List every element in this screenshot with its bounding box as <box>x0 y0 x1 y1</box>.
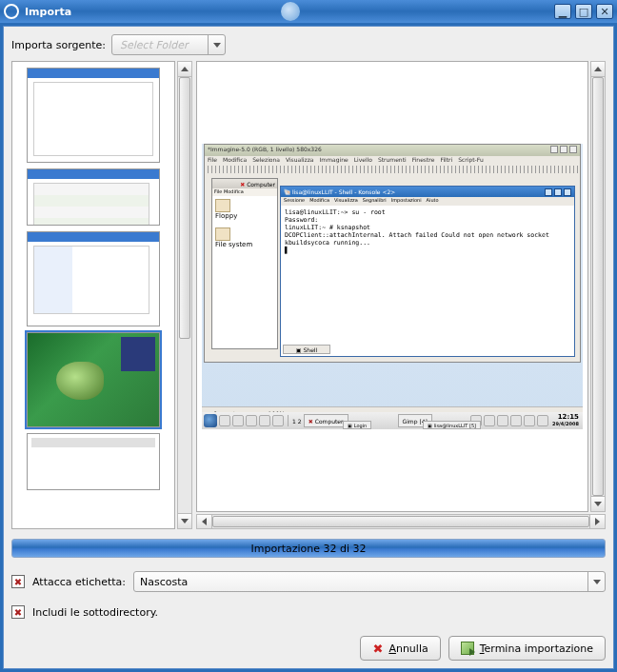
finish-import-button[interactable]: Termina importazione <box>448 636 606 661</box>
scrollbar-handle[interactable] <box>179 77 190 339</box>
taskbar-clock-date: 29/4/2008 <box>552 421 579 427</box>
import-dialog: Importa ▁ □ ✕ Importa sorgente: Select F… <box>0 0 617 672</box>
thumbnail-item[interactable] <box>27 68 160 163</box>
scrollbar-track[interactable] <box>212 515 589 528</box>
chevron-down-icon <box>181 519 189 524</box>
thumbnail-item-selected[interactable] <box>27 332 160 427</box>
include-subdirs-label: Includi le sottodirectory. <box>32 606 158 619</box>
scroll-right-button[interactable] <box>589 515 605 528</box>
thumbnail-panel <box>11 61 192 529</box>
scroll-up-button[interactable] <box>178 62 191 77</box>
app-icon <box>4 4 19 19</box>
progress-text: Importazione 32 di 32 <box>250 543 366 555</box>
scroll-up-button[interactable] <box>591 62 605 77</box>
scrollbar-handle[interactable] <box>592 77 604 496</box>
taskbar-clock-time: 12:15 <box>552 414 579 421</box>
titlebar[interactable]: Importa ▁ □ ✕ <box>0 0 617 23</box>
k-menu-icon <box>204 414 217 427</box>
scrollbar-track[interactable] <box>591 77 605 496</box>
attach-tag-label: Attacca etichetta: <box>32 576 126 588</box>
thumbnail-scrollbar[interactable] <box>177 61 192 529</box>
preview-v-scrollbar[interactable] <box>590 61 606 512</box>
thumbnail-item[interactable] <box>27 231 160 326</box>
scroll-down-button[interactable] <box>591 496 605 511</box>
maximize-button[interactable]: □ <box>575 4 592 19</box>
scrollbar-handle[interactable] <box>212 516 589 527</box>
scrollbar-track[interactable] <box>178 77 191 513</box>
chevron-right-icon <box>595 518 600 525</box>
terminal-tab: ▣Shell <box>283 345 330 354</box>
terminal-title: lisa@linuxLLIT - Shell - Konsole <2> <box>292 188 395 195</box>
konqueror-window: ✖ Computer File Modifica Floppy File sys… <box>211 178 278 349</box>
close-button[interactable]: ✕ <box>596 4 613 19</box>
scroll-down-button[interactable] <box>178 513 191 528</box>
chevron-up-icon <box>594 67 602 71</box>
cancel-button[interactable]: ✖ Annulla <box>360 636 440 661</box>
source-folder-dropdown-button[interactable] <box>208 35 225 54</box>
source-folder-placeholder: Select Folder <box>112 39 208 51</box>
minimize-button[interactable]: ▁ <box>554 4 571 19</box>
cancel-icon: ✖ <box>372 642 383 656</box>
preview-panel: *Immagine-5.0 (RGB, 1 livello) 580x326 F… <box>196 61 606 529</box>
terminal-output: lisa@linuxLLIT:~> su - root Password: li… <box>281 206 574 257</box>
attach-tag-combo[interactable]: Nascosta <box>133 571 606 592</box>
thumbnail-item[interactable] <box>27 168 160 226</box>
preview-image: *Immagine-5.0 (RGB, 1 livello) 580x326 F… <box>196 61 588 512</box>
window-title: Importa <box>25 6 275 18</box>
close-icon: ✖ <box>240 181 245 188</box>
swirl-icon <box>281 2 300 21</box>
attach-tag-checkbox[interactable]: ✖ <box>11 575 25 588</box>
preview-h-scrollbar[interactable] <box>196 514 606 529</box>
source-folder-combo[interactable]: Select Folder <box>111 34 226 55</box>
chevron-down-icon <box>213 43 221 48</box>
gimp-window-title: *Immagine-5.0 (RGB, 1 livello) 580x326 <box>208 146 322 155</box>
chevron-up-icon <box>181 67 189 71</box>
source-label: Importa sorgente: <box>11 39 106 51</box>
chevron-down-icon <box>593 580 601 584</box>
konsole-window: 🐚 lisa@linuxLLIT - Shell - Konsole <2> S… <box>280 186 575 357</box>
thumbnail-item[interactable] <box>27 433 160 490</box>
include-subdirs-checkbox[interactable]: ✖ <box>11 605 25 619</box>
screenshot-content: *Immagine-5.0 (RGB, 1 livello) 580x326 F… <box>202 144 583 429</box>
client-area: Importa sorgente: Select Folder <box>3 26 614 669</box>
chevron-left-icon <box>202 518 207 525</box>
chevron-down-icon <box>594 502 602 506</box>
kde-taskbar: 12 ✖Computer ▣Login Gimp [4] ▣lisa@linux… <box>202 412 583 429</box>
import-progress-bar: Importazione 32 di 32 <box>11 539 606 558</box>
attach-tag-dropdown-button[interactable] <box>587 572 605 591</box>
gimp-menu-bar: FileModificaSelezionaVisualizzaImmagineL… <box>205 156 580 166</box>
attach-tag-value: Nascosta <box>134 576 587 588</box>
scroll-left-button[interactable] <box>197 515 212 528</box>
thumbnail-list[interactable] <box>11 61 175 529</box>
finish-icon <box>461 642 474 655</box>
